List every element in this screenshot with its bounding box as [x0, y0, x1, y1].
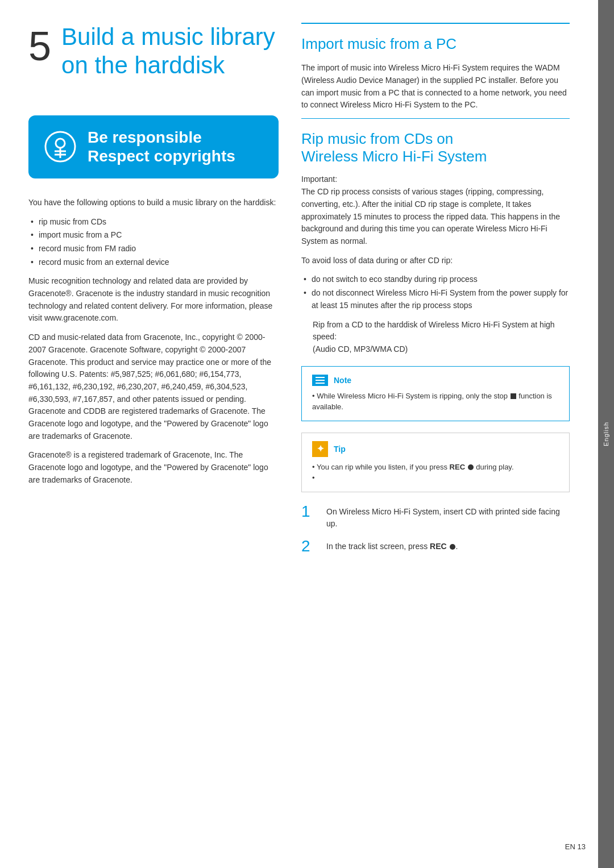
- step-number-1: 1: [301, 504, 317, 520]
- svg-point-1: [56, 139, 65, 148]
- rec-dot-2: [450, 544, 455, 550]
- tip-box: ✦ Tip • You can rip while you listen, if…: [301, 433, 570, 492]
- note-header: Note: [312, 375, 559, 386]
- step-1: 1 On Wireless Micro Hi-Fi System, insert…: [301, 504, 570, 530]
- avoid-loss-text: To avoid loss of data during or after CD…: [301, 255, 570, 267]
- avoid-bullets: do not switch to eco standby during rip …: [301, 273, 570, 312]
- rec-label: REC: [450, 463, 465, 471]
- stop-icon: [511, 393, 516, 399]
- chapter-title: Build a music library on the harddisk: [28, 23, 279, 80]
- list-item: rip music from CDs: [28, 216, 279, 229]
- tip-text-empty: •: [312, 472, 559, 484]
- note-label: Note: [334, 376, 351, 385]
- step-text-2: In the track list screen, press REC .: [326, 538, 458, 553]
- right-column: Import music from a PC The import of mus…: [301, 23, 570, 845]
- note-line: [316, 380, 325, 381]
- rip-heading: Rip music from CDs on Wireless Micro Hi-…: [301, 130, 570, 165]
- copyright-box: Be responsible Respect copyrights: [28, 115, 279, 178]
- step-2: 2 In the track list screen, press REC .: [301, 538, 570, 554]
- note-box: Note • While Wireless Micro Hi-Fi System…: [301, 366, 570, 421]
- chapter-header: 5 Build a music library on the harddisk: [28, 23, 279, 97]
- chapter-number: 5: [28, 26, 51, 67]
- important-text: The CD rip process consists of various s…: [301, 186, 570, 247]
- rip-speed-text: Rip from a CD to the harddisk of Wireles…: [313, 319, 570, 356]
- list-item: record music from an external device: [28, 256, 279, 269]
- language-label: English: [603, 422, 609, 446]
- copyright-text: Be responsible Respect copyrights: [88, 128, 235, 166]
- top-divider: [301, 23, 570, 24]
- tip-text: • You can rip while you listen, if you p…: [312, 462, 559, 473]
- step-text-1: On Wireless Micro Hi-Fi System, insert C…: [326, 504, 570, 530]
- list-item: do not switch to eco standby during rip …: [301, 273, 570, 286]
- page-number: EN 13: [565, 842, 586, 851]
- note-line: [316, 377, 325, 378]
- side-tab: English: [598, 0, 614, 868]
- page-footer: EN 13: [565, 842, 586, 851]
- important-label: Important:: [301, 175, 570, 184]
- gracenote-text-2: CD and music-related data from Gracenote…: [28, 331, 279, 442]
- left-column: 5 Build a music library on the harddisk …: [28, 23, 279, 845]
- list-item: do not disconnect Wireless Micro Hi-Fi S…: [301, 287, 570, 312]
- rec-bold: REC: [430, 542, 447, 551]
- gracenote-text-3: Gracenote® is a registered trademark of …: [28, 449, 279, 486]
- options-list: rip music from CDs import music from a P…: [28, 216, 279, 269]
- section-divider: [301, 118, 570, 119]
- note-lines: [316, 377, 325, 384]
- tip-header: ✦ Tip: [312, 441, 559, 457]
- note-text: • While Wireless Micro Hi-Fi System is r…: [312, 391, 559, 413]
- copyright-icon: [44, 131, 76, 163]
- list-item: record music from FM radio: [28, 243, 279, 255]
- import-text: The import of music into Wireless Micro …: [301, 62, 570, 111]
- list-item: import music from a PC: [28, 229, 279, 242]
- note-line: [316, 383, 325, 384]
- rec-dot: [468, 464, 474, 470]
- gracenote-text-1: Music recognition technology and related…: [28, 275, 279, 325]
- tip-icon: ✦: [312, 441, 328, 457]
- step-number-2: 2: [301, 538, 317, 554]
- note-icon: [312, 375, 328, 386]
- intro-text: You have the following options to build …: [28, 197, 279, 209]
- tip-label: Tip: [334, 445, 346, 454]
- import-heading: Import music from a PC: [301, 35, 570, 53]
